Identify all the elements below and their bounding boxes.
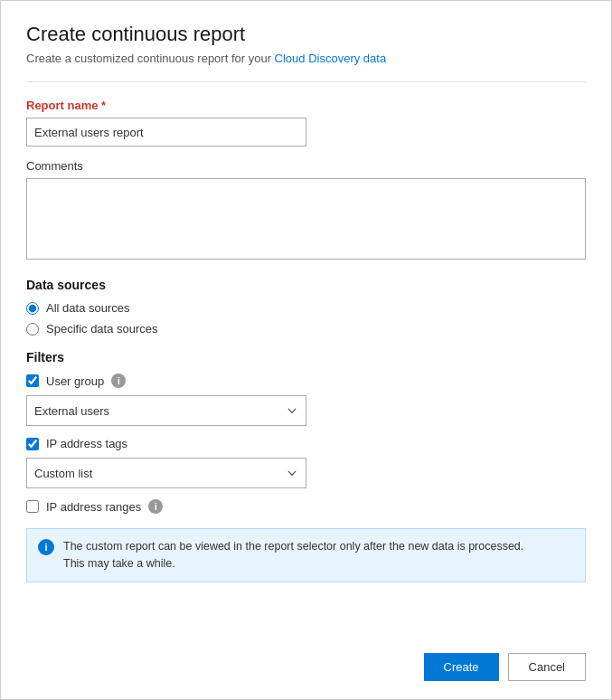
data-sources-radio-group: All data sources Specific data sources — [26, 301, 586, 336]
user-group-checkbox-row: User group i — [26, 374, 586, 388]
ip-address-tags-checkbox[interactable] — [26, 438, 39, 450]
info-message-line2: This may take a while. — [63, 557, 175, 570]
report-name-input[interactable] — [26, 118, 306, 147]
radio-specific-data-sources-label: Specific data sources — [46, 322, 158, 336]
info-box-text: The custom report can be viewed in the r… — [63, 538, 523, 572]
user-group-info-icon: i — [111, 374, 126, 388]
cancel-button[interactable]: Cancel — [508, 653, 586, 681]
ip-address-tags-checkbox-row: IP address tags — [26, 437, 586, 450]
dialog-title: Create continuous report — [26, 23, 586, 46]
user-group-checkbox[interactable] — [26, 374, 39, 387]
ip-address-ranges-checkbox[interactable] — [26, 500, 39, 513]
radio-all-data-sources-input[interactable] — [26, 302, 39, 315]
ip-address-ranges-checkbox-row: IP address ranges i — [26, 499, 586, 514]
radio-all-data-sources[interactable]: All data sources — [26, 301, 586, 315]
radio-all-data-sources-label: All data sources — [46, 301, 130, 315]
ip-address-tags-label: IP address tags — [46, 437, 127, 450]
ip-address-tags-dropdown[interactable]: Custom list All tags — [26, 458, 306, 488]
report-name-label: Report name * — [26, 99, 586, 112]
filters-section-title: Filters — [26, 350, 586, 364]
subtitle-text: Create a customized continuous report fo… — [26, 52, 275, 65]
comments-field: Comments — [26, 159, 586, 263]
dialog-footer: Create Cancel — [26, 644, 586, 681]
user-group-filter: User group i External users All users — [26, 374, 586, 426]
comments-input[interactable] — [26, 178, 586, 260]
user-group-dropdown[interactable]: External users All users — [26, 395, 306, 426]
data-sources-section-title: Data sources — [26, 278, 586, 292]
dialog-subtitle: Create a customized continuous report fo… — [26, 52, 586, 65]
radio-specific-data-sources[interactable]: Specific data sources — [26, 322, 586, 336]
info-message-line1: The custom report can be viewed in the r… — [63, 540, 523, 553]
info-box: i The custom report can be viewed in the… — [26, 528, 586, 582]
info-box-icon: i — [38, 539, 54, 555]
required-star: * — [101, 99, 106, 112]
radio-specific-data-sources-input[interactable] — [26, 323, 39, 336]
user-group-label: User group — [46, 374, 104, 388]
ip-address-ranges-filter: IP address ranges i — [26, 499, 586, 514]
divider — [26, 81, 586, 82]
create-button[interactable]: Create — [424, 653, 499, 681]
comments-label: Comments — [26, 159, 586, 173]
ip-address-tags-filter: IP address tags Custom list All tags — [26, 437, 586, 488]
subtitle-link[interactable]: Cloud Discovery data — [275, 52, 387, 65]
ip-address-ranges-info-icon: i — [148, 499, 163, 514]
report-name-field: Report name * — [26, 99, 586, 147]
create-report-dialog: Create continuous report Create a custom… — [0, 0, 612, 700]
ip-address-ranges-label: IP address ranges — [46, 500, 141, 514]
filters-section: User group i External users All users IP… — [26, 374, 586, 514]
